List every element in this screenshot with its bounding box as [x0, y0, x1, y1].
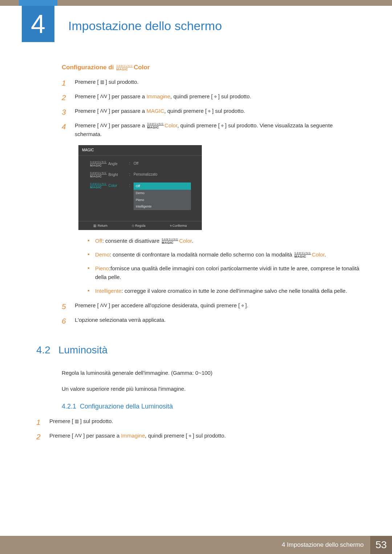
step-item: Premere [ᐱ/ᐯ] per passare a SAMSUNGMAGIC…	[62, 121, 359, 295]
step-item: Premere [ᐱ/ᐯ] per passare a MAGIC, quind…	[62, 107, 359, 115]
samsung-magic-logo: SAMSUNGMAGIC	[294, 252, 311, 258]
samsung-magic-logo: SAMSUNGMAGIC	[162, 238, 179, 245]
highlight-magic: MAGIC	[146, 108, 164, 114]
samsung-magic-logo: SAMSUNGMAGIC	[147, 123, 164, 129]
step-item: L'opzione selezionata verrà applicata.	[62, 316, 359, 324]
step-item: Premere [▥] sul prodotto.	[62, 78, 359, 86]
option-demo: Demo: consente di confrontare la modalit…	[88, 250, 359, 259]
section-number: 4.2	[36, 344, 50, 356]
osd-adjust: ◇ Regola	[132, 223, 146, 228]
section-paragraph: Regola la luminosità generale dell'immag…	[62, 369, 359, 377]
enter-icon: ⎆	[188, 432, 192, 439]
highlight-immagine: Immagine	[121, 432, 145, 439]
subheading-prefix: Configurazione di	[62, 64, 114, 71]
osd-screenshot: MAGIC SAMSUNGMAGIC Angle : Off SAMSUNGMA…	[78, 145, 202, 230]
updown-icon: ᐱ/ᐯ	[74, 432, 83, 439]
enter-icon: ⎆	[220, 122, 225, 129]
chapter-title: Impostazione dello schermo	[68, 19, 222, 33]
osd-option-off: Off	[134, 182, 191, 190]
section-title: Luminosità	[58, 344, 107, 356]
subheading-suffix: Color	[134, 64, 150, 71]
highlight-immagine: Immagine	[146, 93, 170, 99]
option-off: Off: consente di disattivare SAMSUNGMAGI…	[88, 237, 359, 245]
osd-row-color: SAMSUNGMAGIC Color : Off Demo Pieno Inte…	[89, 182, 191, 210]
osd-confirm: ⎆ Conferma	[170, 223, 187, 228]
samsung-magic-logo: SAMSUNGMAGIC	[116, 65, 133, 71]
chapter-number-badge: 4	[22, 6, 54, 42]
enter-icon: ⎆	[213, 93, 218, 100]
menu-icon: ▥	[99, 79, 105, 86]
adjust-icon: ◇	[132, 224, 134, 227]
enter-icon: ⎆	[207, 108, 212, 115]
osd-dropdown: Off Demo Pieno Intelligente	[134, 182, 191, 210]
step-item: Premere [ᐱ/ᐯ] per passare a Immagine, qu…	[62, 92, 359, 101]
option-list: Off: consente di disattivare SAMSUNGMAGI…	[88, 237, 359, 295]
osd-option-pieno: Pieno	[134, 197, 191, 203]
step-item: Premere [ᐱ/ᐯ] per accedere all'opzione d…	[62, 301, 359, 310]
subsection-heading: 4.2.1 Configurazione della Luminosità	[62, 403, 359, 410]
section-paragraph: Un valore superiore rende più luminosa l…	[62, 385, 359, 393]
osd-row-angle: SAMSUNGMAGIC Angle : Off	[89, 161, 191, 167]
menu-icon: ▥	[74, 418, 80, 425]
section-4-2: 4.2 Luminosità Regola la luminosità gene…	[36, 344, 359, 440]
osd-option-demo: Demo	[134, 190, 191, 196]
osd-title: MAGIC	[78, 145, 202, 156]
osd-return: ▥ Return	[93, 223, 107, 228]
menu-icon: ▥	[93, 224, 97, 227]
steps-list-421: Premere [▥] sul prodotto. Premere [ᐱ/ᐯ] …	[36, 417, 359, 440]
updown-icon: ᐱ/ᐯ	[99, 93, 108, 100]
page-number: 53	[370, 536, 392, 554]
subheading-config-magic-color: Configurazione di SAMSUNGMAGIC Color	[62, 64, 359, 71]
top-border	[0, 0, 392, 6]
footer-text: 4 Impostazione dello schermo	[282, 541, 364, 549]
osd-row-bright: SAMSUNGMAGIC Bright : Personalizzato	[89, 172, 191, 178]
page-footer: 4 Impostazione dello schermo 53	[0, 536, 392, 554]
option-pieno: Pieno:fornisce una qualità delle immagin…	[88, 264, 359, 282]
enter-icon: ⎆	[240, 302, 245, 309]
updown-icon: ᐱ/ᐯ	[99, 302, 108, 309]
updown-icon: ᐱ/ᐯ	[99, 108, 108, 115]
step-item: Premere [ᐱ/ᐯ] per passare a Immagine, qu…	[36, 431, 359, 440]
steps-list-a: Premere [▥] sul prodotto. Premere [ᐱ/ᐯ] …	[62, 78, 359, 324]
option-intelligente: Intelligente: corregge il valore cromati…	[88, 287, 359, 295]
enter-icon: ⎆	[170, 224, 172, 227]
osd-footer: ▥ Return ◇ Regola ⎆ Conferma	[78, 221, 202, 230]
step-item: Premere [▥] sul prodotto.	[36, 417, 359, 426]
osd-option-intelligente: Intelligente	[134, 203, 191, 210]
main-content: Configurazione di SAMSUNGMAGIC Color Pre…	[62, 64, 359, 324]
chapter-header: 4 Impostazione dello schermo	[0, 6, 392, 42]
updown-icon: ᐱ/ᐯ	[99, 122, 108, 129]
